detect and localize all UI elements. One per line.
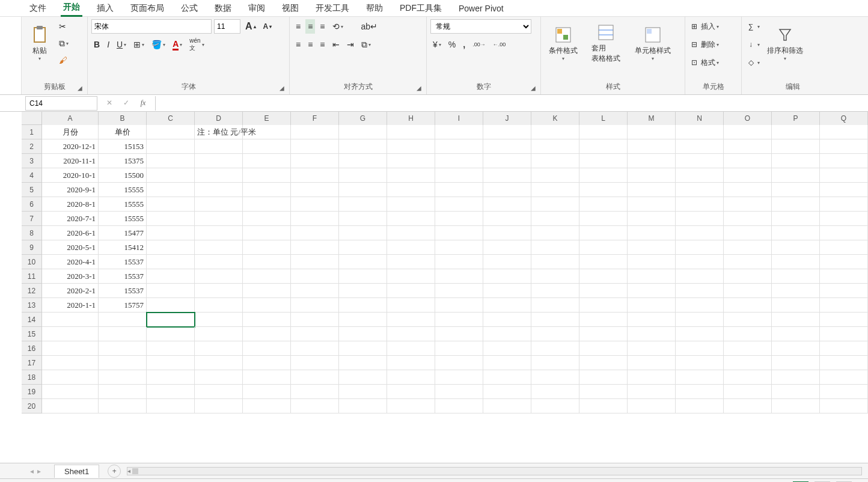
cell-C3[interactable] — [147, 154, 195, 168]
delete-cells-button[interactable]: ⊟删除▾ — [689, 37, 719, 52]
cell-I9[interactable] — [435, 240, 483, 255]
cell-H9[interactable] — [387, 240, 435, 255]
increase-indent-button[interactable]: ⇥ — [344, 37, 356, 52]
cell-L5[interactable] — [579, 183, 628, 197]
phonetic-button[interactable]: wén文▾ — [187, 37, 206, 52]
tab-page-layout[interactable]: 页面布局 — [128, 1, 167, 16]
cell-M15[interactable] — [628, 327, 676, 341]
cell-G10[interactable] — [339, 255, 387, 269]
bold-button[interactable]: B — [91, 37, 102, 52]
cell-A19[interactable] — [42, 385, 99, 399]
cell-D4[interactable] — [195, 168, 243, 183]
enter-formula-button[interactable]: ✓ — [120, 99, 132, 108]
cell-P3[interactable] — [772, 154, 820, 168]
h-scroll-thumb[interactable] — [132, 468, 138, 474]
cell-D2[interactable] — [195, 139, 243, 154]
cell-M6[interactable] — [628, 197, 676, 212]
cell-A15[interactable] — [42, 327, 99, 341]
cell-B7[interactable]: 15555 — [99, 212, 147, 226]
cell-I5[interactable] — [435, 183, 483, 197]
col-header-O[interactable]: O — [724, 112, 772, 125]
cell-H13[interactable] — [387, 298, 435, 313]
font-name-combo[interactable] — [91, 19, 212, 34]
cell-P8[interactable] — [772, 226, 820, 240]
cell-J13[interactable] — [483, 298, 531, 313]
cell-K15[interactable] — [531, 327, 579, 341]
cell-L16[interactable] — [579, 341, 628, 356]
cell-C5[interactable] — [147, 183, 195, 197]
cell-J5[interactable] — [483, 183, 531, 197]
cell-E7[interactable] — [243, 212, 291, 226]
cell-L9[interactable] — [579, 240, 628, 255]
cell-M12[interactable] — [628, 284, 676, 298]
select-all-corner[interactable] — [22, 112, 42, 125]
alignment-dialog-launcher[interactable]: ◢ — [417, 85, 424, 92]
cell-L3[interactable] — [579, 154, 628, 168]
cell-N3[interactable] — [676, 154, 724, 168]
cell-Q9[interactable] — [820, 240, 868, 255]
cell-C6[interactable] — [147, 197, 195, 212]
cell-K7[interactable] — [531, 212, 579, 226]
align-right-button[interactable]: ≡ — [317, 37, 327, 52]
cell-J6[interactable] — [483, 197, 531, 212]
decrease-font-button[interactable]: A▾ — [261, 19, 275, 34]
align-left-button[interactable]: ≡ — [293, 37, 303, 52]
cell-G14[interactable] — [339, 313, 387, 327]
cell-K18[interactable] — [531, 370, 579, 385]
cell-I13[interactable] — [435, 298, 483, 313]
cell-D17[interactable] — [195, 356, 243, 370]
cell-K8[interactable] — [531, 226, 579, 240]
cell-P16[interactable] — [772, 341, 820, 356]
cell-B15[interactable] — [99, 327, 147, 341]
cell-D19[interactable] — [195, 385, 243, 399]
cell-F14[interactable] — [291, 313, 339, 327]
cell-G1[interactable] — [339, 125, 387, 139]
cancel-formula-button[interactable]: ✕ — [103, 99, 115, 108]
cell-L4[interactable] — [579, 168, 628, 183]
cell-P18[interactable] — [772, 370, 820, 385]
cell-F1[interactable] — [291, 125, 339, 139]
cell-H17[interactable] — [387, 356, 435, 370]
cell-E17[interactable] — [243, 356, 291, 370]
cell-N13[interactable] — [676, 298, 724, 313]
cell-O10[interactable] — [724, 255, 772, 269]
cell-E14[interactable] — [243, 313, 291, 327]
cell-J12[interactable] — [483, 284, 531, 298]
row-header-12[interactable]: 12 — [22, 284, 42, 298]
cell-F8[interactable] — [291, 226, 339, 240]
format-cells-button[interactable]: ⊡格式▾ — [689, 55, 719, 70]
cell-C2[interactable] — [147, 139, 195, 154]
row-header-5[interactable]: 5 — [22, 183, 42, 197]
row-header-7[interactable]: 7 — [22, 212, 42, 226]
col-header-L[interactable]: L — [579, 112, 628, 125]
worksheet-grid[interactable]: ABCDEFGHIJKLMNOPQ1月份单价注：单位 元/平米22020-12-… — [0, 112, 868, 463]
cut-button[interactable]: ✂ — [57, 19, 71, 34]
cell-J17[interactable] — [483, 356, 531, 370]
cell-Q14[interactable] — [820, 313, 868, 327]
row-header-19[interactable]: 19 — [22, 385, 42, 399]
row-header-4[interactable]: 4 — [22, 168, 42, 183]
cell-G3[interactable] — [339, 154, 387, 168]
col-header-B[interactable]: B — [99, 112, 147, 125]
merge-center-button[interactable]: ⧉▾ — [359, 37, 381, 52]
cell-M17[interactable] — [628, 356, 676, 370]
cell-E2[interactable] — [243, 139, 291, 154]
cell-P1[interactable] — [772, 125, 820, 139]
cell-Q12[interactable] — [820, 284, 868, 298]
cell-Q16[interactable] — [820, 341, 868, 356]
cell-B11[interactable]: 15537 — [99, 269, 147, 284]
cell-B18[interactable] — [99, 370, 147, 385]
row-header-17[interactable]: 17 — [22, 356, 42, 370]
cell-A9[interactable]: 2020-5-1 — [42, 240, 99, 255]
cell-F19[interactable] — [291, 385, 339, 399]
cell-N4[interactable] — [676, 168, 724, 183]
cell-N18[interactable] — [676, 370, 724, 385]
cell-A8[interactable]: 2020-6-1 — [42, 226, 99, 240]
cell-G11[interactable] — [339, 269, 387, 284]
cell-O7[interactable] — [724, 212, 772, 226]
cell-J15[interactable] — [483, 327, 531, 341]
cell-E1[interactable] — [243, 125, 291, 139]
cell-G7[interactable] — [339, 212, 387, 226]
row-header-15[interactable]: 15 — [22, 327, 42, 341]
cell-B19[interactable] — [99, 385, 147, 399]
